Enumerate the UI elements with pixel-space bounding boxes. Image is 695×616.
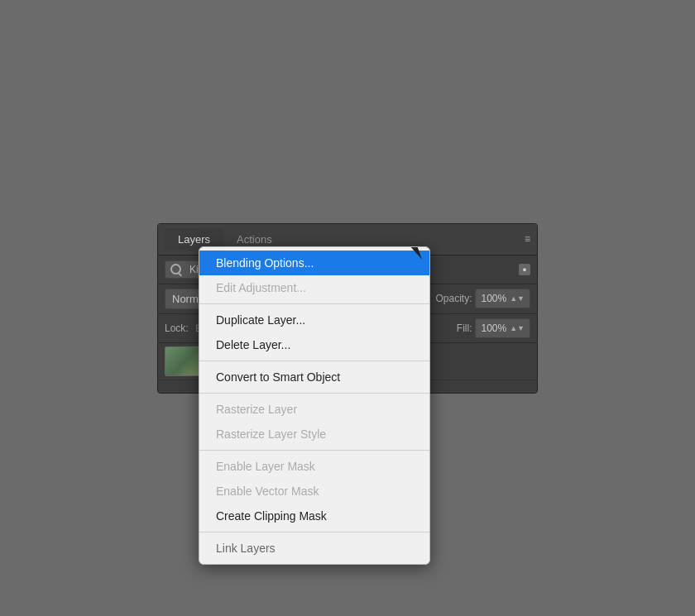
lock-label: Lock:	[165, 322, 189, 334]
menu-item-create-clipping-mask[interactable]: Create Clipping Mask	[199, 504, 429, 528]
menu-item-edit-adjustment: Edit Adjustment...	[199, 275, 429, 300]
menu-item-blending-options-label: Blending Options...	[216, 256, 314, 270]
menu-item-convert-smart-object[interactable]: Convert to Smart Object	[199, 365, 429, 389]
menu-item-delete-layer-label: Delete Layer...	[216, 338, 290, 351]
menu-separator-4	[199, 450, 429, 451]
opacity-label: Opacity:	[435, 293, 472, 304]
filter-toggle-icon: ●	[522, 265, 526, 274]
opacity-input[interactable]: 100% ▲▼	[475, 289, 530, 308]
context-menu: Blending Options... Edit Adjustment... D…	[199, 246, 430, 565]
menu-item-enable-vector-mask: Enable Vector Mask	[199, 479, 429, 504]
fill-arrow-icon: ▲▼	[510, 324, 525, 332]
menu-item-rasterize-layer-label: Rasterize Layer	[216, 403, 297, 416]
opacity-arrow-icon: ▲▼	[510, 294, 525, 303]
opacity-value-text: 100%	[481, 293, 506, 304]
layers-panel-wrapper: Layers Actions ≡ Kind ▲▼ ⊞ ◑ T ⬜	[157, 223, 538, 394]
panel-menu-icon[interactable]: ≡	[525, 233, 530, 245]
menu-item-duplicate-layer[interactable]: Duplicate Layer...	[199, 308, 429, 332]
menu-item-rasterize-layer: Rasterize Layer	[199, 397, 429, 422]
menu-item-create-clipping-mask-label: Create Clipping Mask	[216, 509, 327, 523]
panel-menu-lines-icon: ≡	[525, 233, 530, 245]
menu-item-link-layers-label: Link Layers	[216, 542, 276, 555]
menu-separator-1	[199, 303, 429, 304]
menu-item-convert-smart-object-label: Convert to Smart Object	[216, 370, 340, 384]
filter-toggle-button[interactable]: ●	[519, 264, 530, 275]
opacity-group: Opacity: 100% ▲▼	[435, 289, 530, 308]
menu-item-delete-layer[interactable]: Delete Layer...	[199, 332, 429, 357]
menu-item-rasterize-layer-style: Rasterize Layer Style	[199, 422, 429, 446]
menu-item-duplicate-layer-label: Duplicate Layer...	[216, 313, 305, 327]
fill-input[interactable]: 100% ▲▼	[475, 318, 530, 338]
menu-separator-3	[199, 393, 429, 394]
menu-item-enable-layer-mask: Enable Layer Mask	[199, 454, 429, 479]
menu-item-edit-adjustment-label: Edit Adjustment...	[216, 281, 306, 294]
menu-item-enable-vector-mask-label: Enable Vector Mask	[216, 485, 319, 498]
fill-value-text: 100%	[481, 322, 506, 334]
fill-group: Fill: 100% ▲▼	[457, 318, 530, 338]
menu-separator-5	[199, 532, 429, 532]
menu-item-rasterize-layer-style-label: Rasterize Layer Style	[216, 427, 326, 441]
menu-item-blending-options[interactable]: Blending Options...	[199, 251, 429, 275]
menu-separator-2	[199, 361, 429, 361]
fill-label: Fill:	[457, 322, 472, 334]
menu-item-link-layers[interactable]: Link Layers	[199, 536, 429, 561]
search-icon	[170, 264, 181, 275]
menu-item-enable-layer-mask-label: Enable Layer Mask	[216, 460, 315, 473]
cursor-icon	[413, 246, 419, 261]
